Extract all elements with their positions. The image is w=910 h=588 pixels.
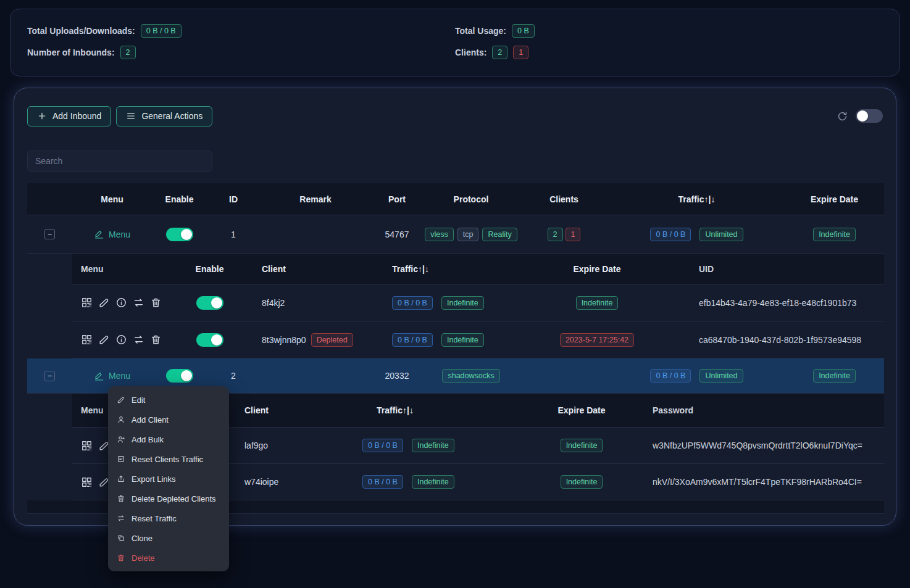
delete-depleted-clients-icon (117, 494, 125, 503)
inbound-enable-toggle[interactable] (166, 228, 193, 241)
header-expire-date: Expire Date (511, 405, 653, 415)
inbound-menu-label: Menu (109, 371, 130, 381)
stats-left-column: Total Uploads/Downloads: 0 B / 0 B Numbe… (27, 24, 455, 61)
delete-client-icon[interactable] (150, 297, 162, 308)
menu-item-add-bulk[interactable]: Add Bulk (108, 429, 229, 449)
menu-item-reset-clients-traffic[interactable]: Reset Clients Traffic (108, 449, 229, 469)
qrcode-icon[interactable] (81, 297, 93, 308)
client-enable-toggle[interactable] (196, 296, 223, 310)
inbound-port: 20332 (371, 371, 423, 381)
client-traffic-total-badge: Indefinite (441, 296, 484, 310)
menu-lines-icon (126, 111, 136, 121)
collapse-button[interactable] (44, 371, 55, 381)
header-uid: UID (668, 264, 884, 274)
reset-traffic-icon (117, 514, 125, 523)
inbound-traffic-badge: 0 B / 0 B (650, 369, 691, 383)
header-traffic-sort[interactable]: Traffic↑|↓ (609, 194, 785, 204)
general-actions-button[interactable]: General Actions (116, 106, 212, 126)
stat-total-usage: Total Usage: 0 B (455, 24, 883, 38)
total-usage-value: 0 B (512, 24, 535, 38)
client-expire-badge: Indefinite (561, 439, 603, 452)
client-depleted-badge: Depleted (311, 333, 353, 347)
theme-toggle[interactable] (856, 109, 883, 123)
client-name: 8t3wjnn8p0 (262, 335, 306, 345)
transport-badge: tcp (457, 228, 479, 241)
client-expire-badge: Indefinite (561, 475, 603, 489)
edit-menu-icon (94, 371, 104, 381)
clients-active-count: 2 (492, 46, 507, 59)
menu-item-delete-depleted-clients[interactable]: Delete Depleted Clients (108, 489, 229, 508)
inbound-context-menu: Edit Add Client Add Bulk Reset Clients T… (108, 386, 229, 571)
refresh-icon[interactable] (837, 110, 848, 122)
plus-icon (37, 111, 47, 121)
client-row: 8f4kj2 0 B / 0 B Indefinite Indefinite e… (72, 284, 884, 321)
inbound-traffic-total-badge: Unlimited (699, 228, 743, 241)
inbound-menu-label: Menu (109, 230, 130, 239)
header-traffic-sort[interactable]: Traffic↑|↓ (362, 405, 511, 415)
menu-item-reset-traffic[interactable]: Reset Traffic (108, 508, 229, 528)
menu-item-clone[interactable]: Clone (108, 528, 229, 548)
menu-item-export-links[interactable]: Export Links (108, 469, 229, 489)
header-password: Password (653, 405, 884, 415)
protocol-badge: shadowsocks (442, 369, 499, 383)
edit-icon (117, 395, 125, 404)
menu-item-label: Delete (131, 553, 155, 563)
header-port: Port (371, 194, 423, 204)
menu-item-edit[interactable]: Edit (108, 390, 229, 410)
inbounds-table-header: Menu Enable ID Remark Port Protocol Clie… (27, 183, 884, 215)
qrcode-icon[interactable] (81, 440, 93, 452)
menu-item-label: Delete Depleted Clients (131, 494, 216, 503)
header-enable: Enable (186, 264, 233, 274)
inbound-menu-button[interactable]: Menu (94, 371, 130, 381)
edit-client-icon[interactable] (98, 334, 110, 346)
menu-item-label: Export Links (131, 474, 176, 484)
dashboard-page: Total Uploads/Downloads: 0 B / 0 B Numbe… (0, 0, 910, 588)
general-actions-label: General Actions (141, 111, 202, 121)
clients-table-vless: Menu Enable Client Traffic↑|↓ Expire Dat… (72, 254, 884, 358)
total-usage-label: Total Usage: (455, 26, 506, 36)
inbound-menu-button[interactable]: Menu (94, 229, 130, 239)
collapse-button[interactable] (44, 229, 55, 239)
header-id: ID (207, 194, 260, 204)
menu-item-label: Clone (131, 534, 152, 543)
header-client: Client (233, 264, 378, 274)
reset-client-traffic-icon[interactable] (133, 297, 144, 308)
toolbar-buttons: Add Inbound General Actions (27, 106, 212, 126)
inbound-clients-active-badge: 2 (548, 228, 563, 241)
client-name: w74ioipe (244, 477, 278, 487)
qrcode-icon[interactable] (81, 334, 93, 346)
menu-item-label: Reset Clients Traffic (131, 455, 203, 464)
stat-uploads-downloads: Total Uploads/Downloads: 0 B / 0 B (27, 24, 455, 38)
delete-client-icon[interactable] (150, 334, 162, 346)
toolbar-right (837, 109, 883, 123)
reset-clients-traffic-icon (117, 455, 125, 463)
search-input[interactable] (27, 151, 212, 172)
inbound-traffic-badge: 0 B / 0 B (650, 228, 691, 241)
menu-item-add-client[interactable]: Add Client (108, 410, 229, 429)
delete-icon (117, 553, 125, 562)
header-menu: Menu (72, 194, 152, 204)
header-expire-date: Expire Date (785, 194, 884, 204)
client-enable-toggle[interactable] (196, 333, 223, 347)
header-protocol: Protocol (423, 194, 519, 204)
reset-client-traffic-icon[interactable] (133, 334, 144, 346)
inbound-expire-badge: Indefinite (813, 228, 856, 241)
info-icon[interactable] (115, 297, 127, 308)
add-inbound-label: Add Inbound (52, 111, 101, 121)
clone-icon (117, 534, 125, 542)
security-badge: Reality (482, 228, 517, 241)
qrcode-icon[interactable] (81, 476, 93, 488)
header-menu: Menu (72, 264, 186, 274)
menu-item-delete[interactable]: Delete (108, 548, 229, 568)
inbound-clients-depleted-badge: 1 (566, 228, 581, 241)
add-inbound-button[interactable]: Add Inbound (27, 106, 111, 126)
info-icon[interactable] (115, 334, 127, 346)
number-of-inbounds-label: Number of Inbounds: (27, 48, 115, 57)
client-traffic-badge: 0 B / 0 B (362, 475, 403, 489)
header-traffic-sort[interactable]: Traffic↑|↓ (378, 264, 526, 274)
edit-client-icon[interactable] (98, 297, 110, 308)
inbound-port: 54767 (371, 230, 423, 239)
header-clients: Clients (519, 194, 609, 204)
number-of-inbounds-value: 2 (120, 46, 136, 59)
inbound-enable-toggle[interactable] (166, 369, 193, 383)
